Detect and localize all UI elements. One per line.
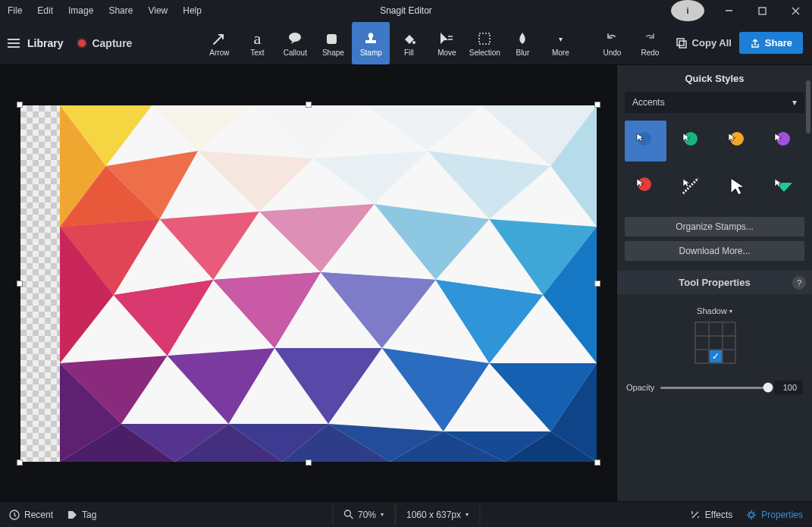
scrollbar-thumb[interactable] <box>806 80 810 133</box>
shadow-cell[interactable] <box>723 322 736 336</box>
svg-point-6 <box>412 41 415 44</box>
shadow-cell[interactable] <box>723 350 736 363</box>
chevron-down-icon: ▾ <box>792 97 797 108</box>
shadow-grid: ✓ <box>694 322 735 364</box>
tool-shape[interactable]: Shape <box>314 22 352 64</box>
shadow-cell[interactable] <box>723 336 736 350</box>
help-icon[interactable]: ? <box>792 276 806 290</box>
tool-text[interactable]: aText <box>238 22 276 64</box>
resize-handle[interactable] <box>594 281 600 287</box>
stamp-item[interactable] <box>625 166 666 207</box>
svg-marker-54 <box>320 272 435 348</box>
svg-point-4 <box>289 33 301 42</box>
svg-rect-5 <box>327 34 337 44</box>
menu-share[interactable]: Share <box>101 2 140 20</box>
window-buttons: i <box>671 0 812 21</box>
copy-all-button[interactable]: Copy All <box>676 37 732 49</box>
properties-button[interactable]: Properties <box>746 510 803 520</box>
hamburger-icon[interactable] <box>8 39 20 48</box>
stamp-item[interactable] <box>717 166 759 207</box>
opacity-value[interactable]: 100 <box>774 381 803 394</box>
menu-view[interactable]: View <box>140 2 175 20</box>
resize-handle[interactable] <box>306 460 312 466</box>
title-bar: File Edit Image Share View Help Snagit E… <box>0 0 812 21</box>
opacity-row: Opacity 100 <box>617 373 812 402</box>
stamp-item[interactable] <box>763 166 804 207</box>
tool-blur[interactable]: Blur <box>503 22 541 64</box>
shadow-cell-active[interactable]: ✓ <box>709 350 723 363</box>
library-button[interactable]: Library <box>27 37 63 49</box>
canvas-area[interactable] <box>0 65 616 501</box>
stamp-item[interactable] <box>763 121 804 162</box>
stamp-item[interactable] <box>671 166 713 207</box>
shadow-cell[interactable] <box>695 336 709 350</box>
tool-redo[interactable]: Redo <box>631 22 669 64</box>
shadow-cell[interactable] <box>695 350 709 363</box>
dimensions-control[interactable]: 1060 x 637px ▾ <box>395 505 480 525</box>
canvas-selection[interactable] <box>20 105 597 462</box>
tool-properties-header: Tool Properties ? <box>617 271 812 294</box>
main-area: Quick Styles Accents ▾ Organize Stamps..… <box>0 65 812 501</box>
maximize-button[interactable] <box>745 0 779 21</box>
recent-button[interactable]: Recent <box>9 510 53 520</box>
tool-selection[interactable]: Selection <box>466 22 503 64</box>
resize-handle[interactable] <box>17 281 23 287</box>
resize-handle[interactable] <box>594 460 600 466</box>
chevron-down-icon: ▾ <box>729 308 732 315</box>
tool-undo[interactable]: Undo <box>593 22 631 64</box>
menu-help[interactable]: Help <box>175 2 209 20</box>
svg-rect-11 <box>679 41 686 48</box>
app-title: Snagit Editor <box>380 5 432 16</box>
tool-fill[interactable]: Fill <box>390 22 428 64</box>
poly-image <box>60 105 597 462</box>
menu-file[interactable]: File <box>0 2 30 20</box>
shadow-section: Shadow▾ ✓ <box>617 294 812 373</box>
info-icon[interactable]: i <box>671 0 704 21</box>
toolbar: Library Capture Arrow aText Callout Shap… <box>0 21 812 65</box>
capture-button[interactable]: Capture <box>77 37 132 49</box>
opacity-slider[interactable] <box>660 387 768 389</box>
canvas <box>20 105 597 462</box>
shadow-cell[interactable] <box>709 336 723 350</box>
svg-marker-36 <box>274 348 382 424</box>
stamp-item[interactable] <box>671 121 713 162</box>
stamp-item[interactable] <box>717 121 759 162</box>
zoom-control[interactable]: 70% ▾ <box>332 505 395 525</box>
tool-callout[interactable]: Callout <box>276 22 314 64</box>
svg-point-64 <box>749 513 754 517</box>
category-dropdown[interactable]: Accents ▾ <box>625 92 804 113</box>
status-bar: Recent Tag 70% ▾ 1060 x 637px ▾ Effects … <box>0 501 812 527</box>
menu-edit[interactable]: Edit <box>30 2 61 20</box>
stamp-item[interactable] <box>625 121 666 162</box>
shadow-cell[interactable] <box>695 322 709 336</box>
tool-more[interactable]: ▾More <box>541 22 579 64</box>
minimize-button[interactable] <box>712 0 745 21</box>
svg-marker-26 <box>374 204 489 280</box>
tag-button[interactable]: Tag <box>67 510 96 520</box>
download-more-button[interactable]: Download More... <box>625 241 804 261</box>
resize-handle[interactable] <box>594 102 600 108</box>
svg-rect-10 <box>677 39 684 45</box>
menu-bar: File Edit Image Share View Help <box>0 2 209 20</box>
svg-rect-1 <box>759 8 766 14</box>
search-icon <box>343 510 353 519</box>
wand-icon <box>690 510 701 520</box>
tool-move[interactable]: Move <box>428 22 466 64</box>
clock-icon <box>9 510 20 520</box>
organize-stamps-button[interactable]: Organize Stamps... <box>625 217 804 237</box>
close-button[interactable] <box>779 0 812 21</box>
svg-marker-55 <box>435 280 543 363</box>
menu-image[interactable]: Image <box>61 2 101 20</box>
tool-arrow[interactable]: Arrow <box>200 22 238 64</box>
shadow-cell[interactable] <box>709 322 723 336</box>
shadow-dropdown[interactable]: Shadow▾ <box>697 306 732 315</box>
chevron-down-icon: ▾ <box>381 511 384 518</box>
resize-handle[interactable] <box>306 102 312 108</box>
slider-thumb[interactable] <box>763 383 773 393</box>
svg-marker-15 <box>366 105 481 151</box>
effects-button[interactable]: Effects <box>690 510 732 520</box>
resize-handle[interactable] <box>17 102 23 108</box>
share-button[interactable]: Share <box>739 32 803 54</box>
tool-stamp[interactable]: Stamp <box>352 22 390 64</box>
resize-handle[interactable] <box>17 460 23 466</box>
